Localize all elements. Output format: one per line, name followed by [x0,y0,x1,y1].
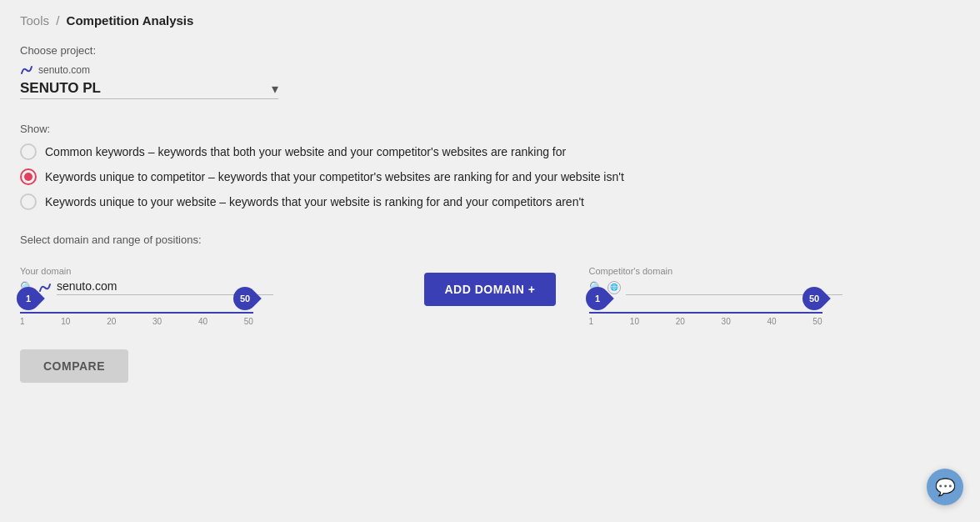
radio-unique-yours[interactable]: Keywords unique to your website – keywor… [20,193,960,210]
competitor-slider-ticks: 1 10 20 30 40 50 [589,317,822,326]
your-domain-input-row: 🔍 [20,279,391,295]
project-inner: senuto.com [20,63,960,77]
radio-unique-competitor[interactable]: Keywords unique to competitor – keywords… [20,168,960,185]
radio-unique-competitor-label: Keywords unique to competitor – keywords… [45,170,624,183]
add-domain-wrapper: ADD DOMAIN + [424,256,555,326]
your-right-pin[interactable]: 50 [233,287,257,310]
your-domain-label: Your domain [20,266,391,276]
show-label: Show: [20,123,960,135]
add-domain-button[interactable]: ADD DOMAIN + [424,273,555,306]
project-select-row[interactable]: SENUTO PL ▾ [20,80,278,97]
competitor-slider-track [589,312,822,314]
radio-common[interactable]: Common keywords – keywords that both you… [20,143,960,160]
competitor-domain-slider[interactable]: 1 50 1 10 20 30 40 [589,312,822,326]
competitor-domain-input-row: 🔍 🌐 [589,279,960,295]
domain-section: Select domain and range of positions: Yo… [20,233,960,326]
page-title: Competition Analysis [67,13,194,28]
compare-button[interactable]: COMPARE [20,349,128,383]
competitor-domain-label: Competitor's domain [589,266,960,276]
show-section: Show: Common keywords – keywords that bo… [20,123,960,210]
bottom-section: COMPARE [20,349,960,383]
globe-icon: 🌐 [608,281,621,294]
your-left-pin[interactable]: 1 [17,287,40,310]
project-select-value[interactable]: SENUTO PL [20,80,265,97]
select-underline [20,98,278,99]
chat-icon: 💬 [935,477,956,497]
breadcrumb-separator: / [56,13,59,28]
your-right-handle-value: 50 [240,294,250,304]
radio-circle-unique-yours[interactable] [20,193,37,210]
radio-circle-unique-competitor[interactable] [20,168,37,185]
senuto-domain-icon [38,281,52,294]
domain-section-label: Select domain and range of positions: [20,233,960,246]
tools-link[interactable]: Tools [20,13,49,28]
competitor-left-handle-value: 1 [594,294,599,304]
senuto-logo-icon [20,63,33,77]
project-section-label: Choose project: [20,44,960,57]
your-domain-block: Your domain 🔍 1 [20,266,391,326]
project-site-label: senuto.com [38,64,90,76]
competitor-right-handle-value: 50 [808,294,818,304]
breadcrumb: Tools / Competition Analysis [20,13,960,28]
radio-common-label: Common keywords – keywords that both you… [45,145,566,158]
radio-circle-common[interactable] [20,143,37,160]
project-selector: Choose project: senuto.com SENUTO PL ▾ [20,44,960,99]
chevron-down-icon[interactable]: ▾ [272,81,278,97]
your-slider-ticks: 1 10 20 30 40 50 [20,317,253,326]
competitor-left-pin[interactable]: 1 [586,287,609,310]
your-slider-track [20,312,253,314]
your-domain-slider[interactable]: 1 50 1 10 20 30 40 [20,312,253,326]
competitor-domain-block: Competitor's domain 🔍 🌐 1 [589,266,960,326]
your-left-handle-value: 1 [26,294,31,304]
radio-group: Common keywords – keywords that both you… [20,143,960,210]
competitor-right-pin[interactable]: 50 [802,287,826,310]
domain-controls-wrapper: Your domain 🔍 1 [20,256,960,326]
chat-bubble[interactable]: 💬 [927,469,963,505]
radio-unique-yours-label: Keywords unique to your website – keywor… [45,195,584,208]
